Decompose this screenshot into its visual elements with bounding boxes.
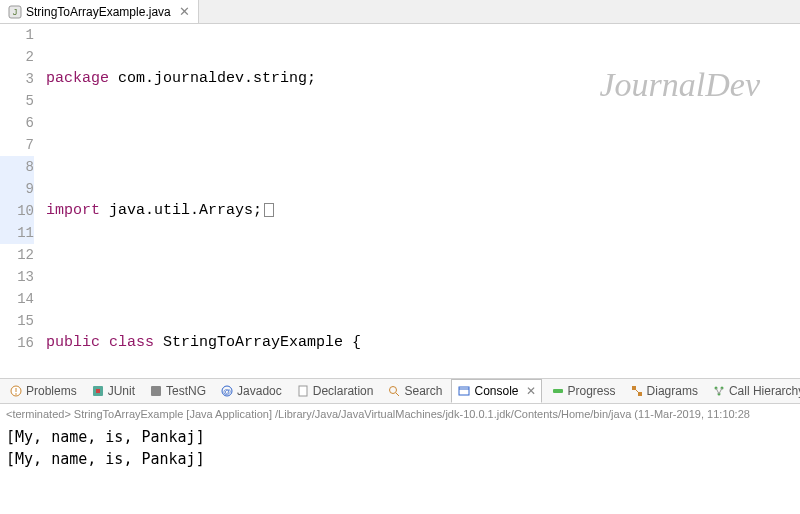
line-number-gutter: 1 2 3 5 6 7 8 9 10 11 12 13 14 15 16 (0, 24, 42, 378)
diagrams-icon (630, 384, 644, 398)
tab-declaration[interactable]: Declaration (291, 379, 379, 403)
tab-problems[interactable]: Problems (4, 379, 82, 403)
testng-icon (149, 384, 163, 398)
svg-point-4 (15, 393, 17, 395)
call-hierarchy-icon (712, 384, 726, 398)
svg-text:@: @ (223, 387, 231, 396)
svg-text:J: J (13, 7, 18, 17)
tab-search[interactable]: Search (382, 379, 447, 403)
svg-rect-13 (459, 387, 469, 395)
views-tab-bar: Problems JUnit TestNG @Javadoc Declarati… (0, 378, 800, 404)
console-header: <terminated> StringToArrayExample [Java … (0, 404, 800, 424)
java-file-icon: J (8, 5, 22, 19)
console-icon (457, 384, 471, 398)
svg-rect-6 (96, 389, 100, 393)
console-line: [My, name, is, Pankaj] (6, 448, 794, 470)
svg-line-18 (636, 390, 638, 392)
svg-line-22 (716, 388, 719, 394)
javadoc-icon: @ (220, 384, 234, 398)
tab-console[interactable]: Console✕ (451, 379, 541, 403)
code-area[interactable]: package com.journaldev.string; import ja… (42, 24, 800, 378)
editor-tab-bar: J StringToArrayExample.java ✕ (0, 0, 800, 24)
svg-rect-10 (299, 386, 307, 396)
declaration-icon (296, 384, 310, 398)
editor-tab-active[interactable]: J StringToArrayExample.java ✕ (0, 0, 199, 23)
svg-rect-7 (151, 386, 161, 396)
tab-junit[interactable]: JUnit (86, 379, 140, 403)
progress-icon (551, 384, 565, 398)
console-status-line: <terminated> StringToArrayExample [Java … (6, 408, 794, 420)
close-icon[interactable]: ✕ (179, 4, 190, 19)
svg-rect-15 (553, 389, 563, 393)
svg-rect-16 (632, 386, 636, 390)
svg-rect-17 (638, 392, 642, 396)
console-line: [My, name, is, Pankaj] (6, 426, 794, 448)
tab-diagrams[interactable]: Diagrams (625, 379, 703, 403)
folded-marker-icon (264, 203, 274, 217)
svg-line-23 (719, 388, 722, 394)
problems-icon (9, 384, 23, 398)
svg-point-11 (390, 387, 397, 394)
close-icon[interactable]: ✕ (526, 384, 536, 398)
tab-javadoc[interactable]: @Javadoc (215, 379, 287, 403)
search-icon (387, 384, 401, 398)
tab-progress[interactable]: Progress (546, 379, 621, 403)
tab-testng[interactable]: TestNG (144, 379, 211, 403)
tab-call-hierarchy[interactable]: Call Hierarchy (707, 379, 800, 403)
code-editor[interactable]: JournalDev 1 2 3 5 6 7 8 9 10 11 12 13 1… (0, 24, 800, 378)
editor-tab-filename: StringToArrayExample.java (26, 5, 171, 19)
console-output[interactable]: [My, name, is, Pankaj] [My, name, is, Pa… (0, 424, 800, 472)
svg-line-12 (396, 393, 399, 396)
junit-icon (91, 384, 105, 398)
